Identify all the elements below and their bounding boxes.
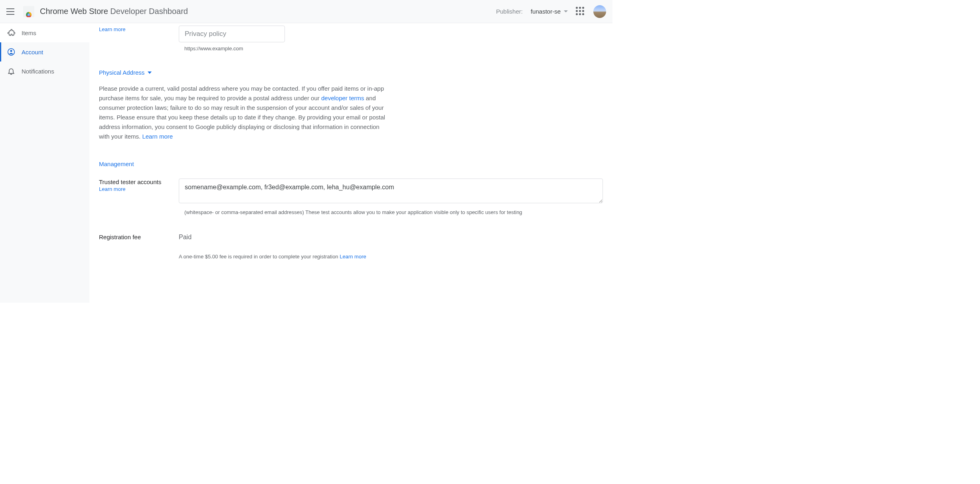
chevron-down-icon	[564, 10, 568, 12]
trusted-testers-label: Trusted tester accounts	[99, 179, 179, 185]
account-icon	[7, 48, 15, 56]
main-content: Learn more https://www.example.com Physi…	[89, 23, 612, 303]
chrome-webstore-logo	[23, 6, 34, 17]
trusted-testers-input[interactable]	[179, 179, 603, 203]
bell-icon	[7, 67, 15, 75]
chevron-down-icon	[148, 71, 152, 74]
developer-terms-link[interactable]: developer terms	[321, 95, 364, 101]
address-learn-more-link[interactable]: Learn more	[142, 133, 173, 140]
user-avatar[interactable]	[593, 5, 606, 18]
extension-icon	[7, 29, 15, 37]
registration-fee-value: Paid	[179, 234, 366, 241]
management-section-title: Management	[99, 161, 603, 167]
registration-fee-label: Registration fee	[99, 234, 179, 240]
physical-address-toggle[interactable]: Physical Address	[99, 69, 603, 76]
menu-icon[interactable]	[6, 7, 16, 16]
physical-address-description: Please provide a current, valid postal a…	[99, 84, 386, 141]
svg-point-4	[10, 50, 12, 52]
registration-fee-helper: A one-time $5.00 fee is required in orde…	[179, 254, 366, 260]
sidebar: Items Account Notifications	[0, 23, 89, 303]
publisher-label: Publisher:	[496, 8, 523, 15]
sidebar-item-label: Account	[22, 49, 43, 56]
trusted-testers-helper: (whitespace- or comma-separated email ad…	[179, 209, 603, 216]
privacy-helper-text: https://www.example.com	[179, 46, 386, 52]
sidebar-item-account[interactable]: Account	[0, 42, 89, 61]
google-apps-icon[interactable]	[576, 7, 585, 16]
sidebar-item-label: Items	[22, 30, 36, 36]
app-header: Chrome Web Store Developer Dashboard Pub…	[0, 0, 612, 23]
sidebar-item-label: Notifications	[22, 68, 54, 75]
trusted-testers-learn-more-link[interactable]: Learn more	[99, 186, 125, 192]
sidebar-item-notifications[interactable]: Notifications	[0, 61, 89, 81]
sidebar-item-items[interactable]: Items	[0, 23, 89, 42]
registration-learn-more-link[interactable]: Learn more	[340, 254, 366, 260]
privacy-learn-more-link[interactable]: Learn more	[99, 26, 125, 32]
publisher-dropdown[interactable]: funastor-se	[531, 8, 568, 15]
svg-point-2	[28, 14, 30, 16]
page-title: Chrome Web Store Developer Dashboard	[40, 7, 188, 16]
privacy-policy-input[interactable]	[179, 26, 285, 42]
